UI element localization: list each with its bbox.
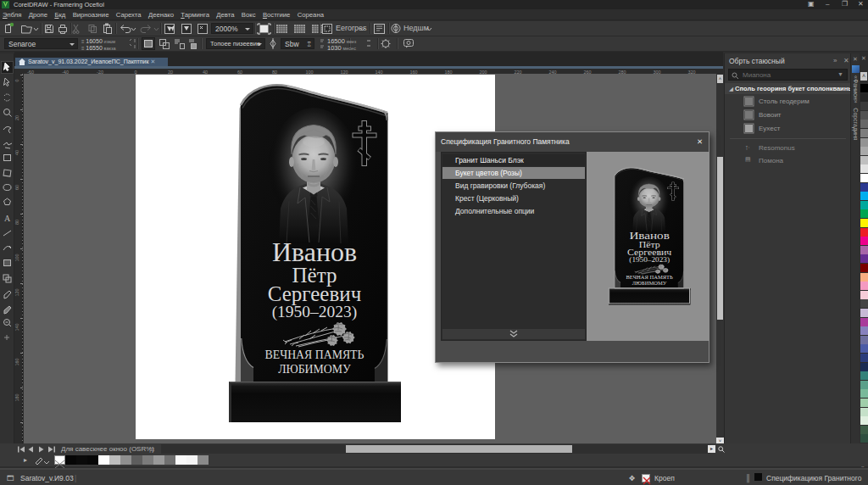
svg-text:20: 20 xyxy=(14,115,19,120)
svg-text:A: A xyxy=(4,214,11,223)
svg-text:60: 60 xyxy=(14,185,19,190)
svg-text:0: 0 xyxy=(14,79,19,81)
svg-text:160: 160 xyxy=(14,358,19,365)
svg-text:40: 40 xyxy=(14,150,19,155)
svg-text:120: 120 xyxy=(14,288,19,296)
svg-text:100: 100 xyxy=(14,254,19,261)
svg-text:180: 180 xyxy=(14,393,19,401)
svg-text:80: 80 xyxy=(14,220,19,225)
svg-text:140: 140 xyxy=(14,323,19,331)
